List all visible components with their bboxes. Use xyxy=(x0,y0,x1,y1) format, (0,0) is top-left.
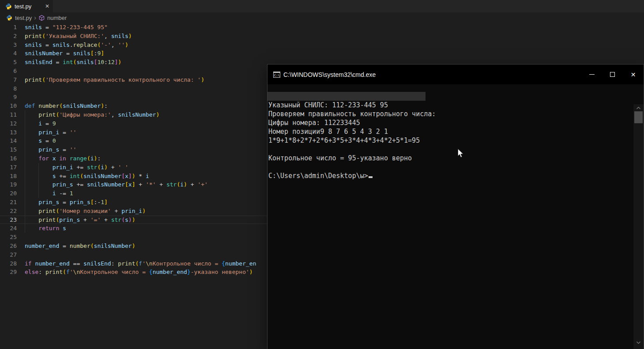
code-text: i = 9 xyxy=(25,119,56,128)
line-number[interactable]: 27 xyxy=(0,250,17,259)
chevron-right-icon: › xyxy=(34,15,36,21)
python-icon xyxy=(6,15,13,21)
maximize-button[interactable] xyxy=(602,64,623,84)
breadcrumb: test.py › number xyxy=(0,12,644,23)
line-number[interactable]: 11 xyxy=(0,110,17,119)
line-number[interactable]: 24 xyxy=(0,224,17,233)
cmd-title-bar[interactable]: C:\ C:\WINDOWS\system32\cmd.exe ✕ xyxy=(267,64,644,84)
line-number[interactable]: 17 xyxy=(0,163,17,172)
code-text: prin_s += snilsNumber[x] + '*' + str(i) … xyxy=(25,180,208,189)
line-number[interactable]: 16 xyxy=(0,154,17,163)
code-line[interactable]: 4snilsNumber = snils[:9] xyxy=(0,49,644,58)
code-text: s += int(snilsNumber[x]) * i xyxy=(25,172,149,181)
code-text: print('Цифры номера:', snilsNumber) xyxy=(25,110,159,119)
scrollbar-thumb[interactable] xyxy=(634,111,643,123)
terminal-selected-bar xyxy=(268,92,633,101)
line-number[interactable]: 18 xyxy=(0,172,17,181)
line-number[interactable]: 7 xyxy=(0,76,17,84)
mouse-cursor xyxy=(457,148,464,160)
line-number[interactable]: 28 xyxy=(0,259,17,268)
code-text: for x in range(i): xyxy=(25,154,101,163)
code-text: print(prin_s + '=' + str(s)) xyxy=(25,216,136,224)
line-number[interactable]: 26 xyxy=(0,242,17,250)
tab-close-icon[interactable]: ✕ xyxy=(45,3,49,9)
terminal-output-line: Указыный СНИЛС: 112-233-445 95 xyxy=(268,101,633,110)
code-text: else: print(f'\nКонтрольное число = {num… xyxy=(25,268,253,277)
line-number[interactable]: 13 xyxy=(0,128,17,137)
method-symbol-icon xyxy=(38,15,45,21)
terminal[interactable]: Указыный СНИЛС: 112-233-445 95Проверяем … xyxy=(267,84,644,349)
minimize-button[interactable] xyxy=(581,64,602,84)
code-text: snilsEnd = int(snils[10:12]) xyxy=(25,58,121,67)
line-number[interactable]: 8 xyxy=(0,84,17,93)
code-text: if number_end == snilsEnd: print(f'\nКон… xyxy=(25,259,256,268)
breadcrumb-symbol[interactable]: number xyxy=(47,15,67,21)
tab-label: test.py xyxy=(15,3,42,10)
line-number[interactable]: 4 xyxy=(0,49,17,58)
terminal-output-line: Номер позиции9 8 7 6 5 4 3 2 1 xyxy=(268,127,633,136)
code-text: prin_i += str(i) + ' ' xyxy=(25,163,128,172)
code-text: print('Проверяем правильность контрольно… xyxy=(25,76,204,84)
line-number[interactable]: 1 xyxy=(0,23,17,32)
code-text: print('Номер позиции' + prin_i) xyxy=(25,207,146,216)
code-text: snils = "112-233-445 95" xyxy=(25,23,108,32)
editor-tab-bar: test.py ✕ xyxy=(0,0,644,12)
code-line[interactable]: 1snils = "112-233-445 95" xyxy=(0,23,644,32)
line-number[interactable]: 20 xyxy=(0,189,17,198)
terminal-scrollbar[interactable] xyxy=(633,104,644,349)
line-number[interactable]: 3 xyxy=(0,41,17,49)
svg-text:C:\: C:\ xyxy=(274,74,280,77)
line-number[interactable]: 9 xyxy=(0,93,17,102)
line-number[interactable]: 19 xyxy=(0,180,17,189)
terminal-output-line: Проверяем правильность контрольного числ… xyxy=(268,110,633,118)
code-text: prin_i = '' xyxy=(25,128,76,137)
terminal-output-line: Контрольное число = 95-указано верно xyxy=(268,154,633,163)
tab-test-py[interactable]: test.py ✕ xyxy=(0,0,53,12)
line-number[interactable]: 6 xyxy=(0,67,17,76)
code-line[interactable]: 2print('Указыный СНИЛС:', snils) xyxy=(0,32,644,41)
terminal-output-line xyxy=(268,145,633,154)
line-number[interactable]: 10 xyxy=(0,102,17,110)
line-number[interactable]: 2 xyxy=(0,32,17,41)
code-text: return s xyxy=(25,224,66,233)
python-icon xyxy=(5,3,12,10)
line-number[interactable]: 15 xyxy=(0,145,17,154)
code-line[interactable]: 3snils = snils.replace('-', '') xyxy=(0,41,644,49)
cmd-icon: C:\ xyxy=(273,71,280,78)
minimize-icon xyxy=(589,74,595,75)
terminal-cursor xyxy=(369,176,373,178)
line-number[interactable]: 22 xyxy=(0,207,17,216)
line-number[interactable]: 14 xyxy=(0,137,17,145)
line-number[interactable]: 5 xyxy=(0,58,17,67)
code-text: def number(snilsNumber): xyxy=(25,102,108,110)
code-text: prin_s = prin_s[:-1] xyxy=(25,198,108,207)
terminal-output-line xyxy=(268,163,633,171)
code-text: prin_s = '' xyxy=(25,145,76,154)
maximize-icon xyxy=(610,72,615,77)
terminal-prompt: C:\Users\admin\Desktop\ы> xyxy=(268,171,633,180)
terminal-output-line: Цифры номера: 112233445 xyxy=(268,118,633,127)
code-text: s = 0 xyxy=(25,137,56,145)
code-text: snilsNumber = snils[:9] xyxy=(25,49,104,58)
code-text: snils = snils.replace('-', '') xyxy=(25,41,128,49)
code-text: print('Указыный СНИЛС:', snils) xyxy=(25,32,132,41)
scroll-up-icon[interactable] xyxy=(633,105,644,111)
line-number[interactable]: 29 xyxy=(0,268,17,277)
terminal-output-line: 1*9+1*8+2*7+2*6+3*5+3*4+4*3+4*2+5*1=95 xyxy=(268,136,633,145)
cmd-window[interactable]: C:\ C:\WINDOWS\system32\cmd.exe ✕ Указын… xyxy=(267,64,644,349)
code-text: number_end = number(snilsNumber) xyxy=(25,242,135,250)
close-icon: ✕ xyxy=(631,72,636,78)
breadcrumb-file[interactable]: test.py xyxy=(15,15,32,21)
close-button[interactable]: ✕ xyxy=(623,64,644,84)
line-number[interactable]: 25 xyxy=(0,233,17,242)
cmd-window-title: C:\WINDOWS\system32\cmd.exe xyxy=(283,71,581,78)
line-number[interactable]: 23 xyxy=(0,216,17,224)
code-text: i -= 1 xyxy=(25,189,73,198)
line-number[interactable]: 12 xyxy=(0,119,17,128)
scroll-down-icon[interactable] xyxy=(633,339,644,345)
line-number[interactable]: 21 xyxy=(0,198,17,207)
